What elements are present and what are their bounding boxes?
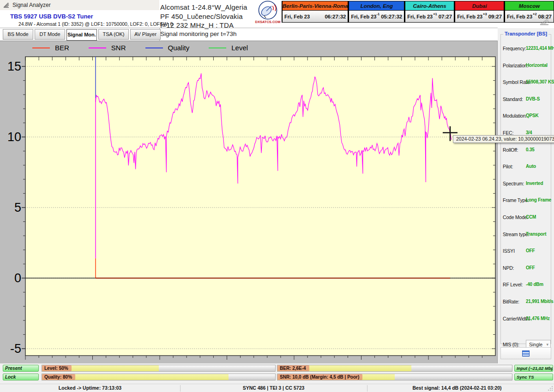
row-value: 12231,414 MHz: [526, 46, 554, 51]
world-clocks: Berlin-Paris-Vienna-Roma Fri, Feb 23 06:…: [282, 1, 554, 23]
mis-value: Single: [529, 342, 542, 347]
row-label: Frequency:: [503, 46, 526, 51]
legend-item-level: Level: [209, 44, 248, 52]
row-value: Transport: [526, 232, 546, 237]
tab-av-player[interactable]: AV Player: [130, 29, 161, 40]
badge-sync-ts: Sync TS: [514, 374, 553, 380]
badge-input-mbps-: Input (~21,02 Mbps): [514, 365, 553, 372]
legend-swatch: [89, 48, 106, 48]
progress-label: BER: 2,6E-4: [277, 365, 309, 371]
clock-time: 06:27:32: [325, 14, 346, 19]
row-value: CCM: [526, 214, 536, 220]
transponder-row-symbolrate: Symbol Rate: 15908,307 KS/s: [503, 79, 550, 93]
row-value: Inverted: [526, 181, 543, 186]
app-icon: [3, 2, 10, 8]
row-label: Spectrum:: [503, 181, 524, 186]
legend-swatch: [209, 48, 226, 48]
legend-label: Level: [231, 44, 248, 52]
row-value: 21,476 MHz: [526, 316, 550, 321]
row-label: Standard:: [503, 96, 523, 102]
row-value: DVB-S: [526, 96, 540, 101]
signal-chart-region[interactable]: BER SNR Quality Level 151050-5: [0, 41, 498, 363]
clock-offset: -1: [376, 12, 379, 16]
row-value: 21,991 Mbit/s: [526, 299, 554, 304]
legend-item-quality: Quality: [145, 44, 190, 52]
tab-tsa-ok-[interactable]: TSA (OK): [98, 29, 129, 40]
mode-tabs: BS ModeDT ModeSignal Mon.TSA (OK)AV Play…: [3, 29, 161, 41]
save-icon: [522, 350, 530, 356]
clock-cairo-athens: Cairo-Athens Fri, Feb 23 +1 07:27: [404, 1, 454, 23]
transponder-row-codemode: Code Mode: CCM: [503, 214, 550, 228]
progress-snr: SNR: 10,0 dB (Margin: 4,5 dB | Poor): [277, 374, 512, 380]
transponder-row-npd: NPD: OFF: [503, 265, 550, 279]
legend-label: BER: [55, 44, 69, 52]
transponder-row-frametype: Frame Type: Long Frame: [503, 197, 550, 211]
transponder-row-rflevel: RF Level: -40 dBm: [503, 282, 550, 296]
transponder-row-streamtype: Stream type: Transport: [503, 232, 550, 245]
clock-date: Fri, Feb 23: [351, 14, 376, 19]
clock-city: London, Eng: [349, 1, 404, 11]
row-label: Pilot:: [503, 164, 513, 169]
clock-city: Cairo-Athens: [405, 1, 454, 11]
tab-signal-mon-[interactable]: Signal Mon.: [66, 29, 97, 41]
row-label: RollOff:: [503, 147, 518, 153]
status-sync-counters: SYNC 486 | TEI 3 | CC 5723: [180, 384, 367, 392]
clock-offset: +2: [533, 12, 537, 16]
clock-offset: +3: [483, 12, 487, 16]
row-value: Horizontal: [526, 63, 548, 68]
window-title: Signal Analyzer: [12, 2, 51, 8]
save-button[interactable]: [500, 347, 551, 359]
row-value: 0.35: [526, 147, 535, 152]
row-label: NPD:: [503, 265, 514, 271]
svg-text:10: 10: [7, 130, 21, 144]
row-value: OFF: [526, 248, 535, 253]
clock-time: 09:27: [488, 14, 502, 19]
clock-time: 07:27: [439, 14, 452, 19]
legend-swatch: [145, 48, 163, 48]
clock-time: 05:27:32: [381, 14, 402, 19]
row-value: 15908,307 KS/s: [526, 79, 554, 84]
status-rows: Present Level: 50% BER: 2,6E-4Input (~21…: [0, 363, 554, 384]
transponder-row-carrierwidth: CarrierWidth: 21,476 MHz: [503, 316, 550, 330]
signal-analyzer-window: Signal Analyzer TBS 5927 USB DVB-S2 Tune…: [0, 0, 554, 392]
transponder-row-bitrate: BitRate: 21,991 Mbit/s: [503, 299, 550, 313]
clock-date: Fri, Feb 23: [407, 14, 433, 19]
svg-text:-5: -5: [10, 342, 21, 356]
transponder-group-label: Transponder [BS]: [503, 31, 548, 36]
legend-item-snr: SNR: [89, 44, 126, 52]
resize-grip[interactable]: [548, 386, 553, 391]
chart-legend: BER SNR Quality Level: [32, 44, 248, 52]
svg-text:15: 15: [7, 59, 21, 73]
status-bar: Locked -> Uptime: 73:13:03 SYNC 486 | TE…: [0, 384, 554, 392]
clock-city: Berlin-Paris-Vienna-Roma: [283, 1, 348, 11]
mis-label: MIS (0):: [503, 342, 519, 347]
progress-level: Level: 50%: [42, 365, 276, 372]
row-label: Stream type:: [503, 232, 529, 237]
title-bar: Signal Analyzer: [0, 0, 159, 10]
chart-plot-area[interactable]: 151050-5: [0, 54, 498, 364]
satellite-name: Alcomsat 1-24.8°W_Algeria: [160, 3, 247, 12]
row-label: Polarization:: [503, 63, 528, 68]
legend-label: Quality: [168, 44, 190, 52]
progress-label: Quality: 80%: [42, 374, 75, 380]
clock-date: Fri, Feb 23: [284, 14, 323, 19]
status-lock-uptime: Locked -> Uptime: 73:13:03: [0, 384, 180, 392]
progress-label: Level: 50%: [42, 365, 72, 371]
watermark-icon: [539, 18, 551, 26]
transponder-row-polarization: Polarization: Horizontal: [503, 63, 550, 77]
row-value: Auto: [526, 164, 536, 169]
legend-item-ber: BER: [32, 44, 69, 52]
row-value: OFF: [526, 265, 535, 270]
row-label: Frame Type:: [503, 197, 529, 203]
tab-dt-mode[interactable]: DT Mode: [35, 29, 65, 40]
satellite-header: Alcomsat 1-24.8°W_Algeria PF 450_Lučenec…: [160, 3, 247, 30]
svg-text:5: 5: [14, 201, 21, 214]
transponder-panel: Transponder [BS] Frequency: 12231,414 MH…: [498, 28, 554, 363]
dxsatcs-logo: DXSATCS.COM: [254, 0, 281, 26]
progress-ber: BER: 2,6E-4: [277, 365, 512, 372]
row-label: BitRate:: [503, 299, 519, 304]
clock-offset: +1: [433, 12, 437, 16]
tab-bs-mode[interactable]: BS Mode: [3, 29, 33, 40]
tuner-name: TBS 5927 USB DVB-S2 Tuner: [10, 13, 93, 20]
clock-city: Moscow: [505, 1, 554, 11]
